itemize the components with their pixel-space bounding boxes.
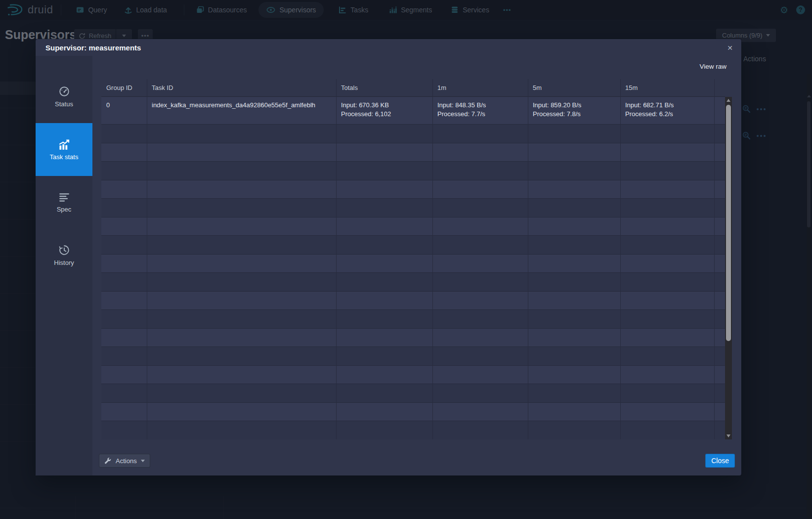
table-cell <box>147 310 336 328</box>
table-scrollbar[interactable] <box>725 97 732 439</box>
table-row-empty <box>101 292 725 310</box>
table-cell <box>620 421 714 439</box>
table-cell <box>432 384 528 402</box>
table-cell <box>528 255 620 273</box>
table-cell <box>147 273 336 291</box>
table-cell <box>620 403 714 421</box>
table-cell <box>336 273 432 291</box>
table-cell <box>147 403 336 421</box>
table-cell <box>620 384 714 402</box>
view-raw-link[interactable]: View raw <box>699 63 727 70</box>
table-cell <box>432 329 528 347</box>
table-cell <box>336 347 432 365</box>
table-cell <box>432 347 528 365</box>
table-cell <box>528 162 620 180</box>
table-cell <box>714 180 725 199</box>
table-cell <box>336 366 432 384</box>
table-cell <box>336 329 432 347</box>
task-stats-panel: View raw Group ID Task ID Totals 1m 5m 1… <box>92 56 741 476</box>
tab-history[interactable]: History <box>36 229 92 282</box>
table-cell <box>336 199 432 217</box>
table-cell <box>620 329 714 347</box>
close-button[interactable]: Close <box>705 454 735 468</box>
table-cell <box>147 143 336 162</box>
modal-side-tabs: Status Task stats <box>36 56 92 476</box>
table-cell <box>147 180 336 199</box>
table-row-empty <box>101 217 725 236</box>
table-cell <box>528 403 620 421</box>
table-cell <box>147 217 336 236</box>
column-header[interactable]: 5m <box>528 79 620 96</box>
table-cell <box>101 143 147 162</box>
table-cell <box>528 292 620 310</box>
table-cell <box>147 199 336 217</box>
table-cell <box>432 236 528 254</box>
tab-label: Spec <box>57 206 72 213</box>
table-cell <box>147 366 336 384</box>
table-cell <box>528 329 620 347</box>
table-cell <box>432 180 528 199</box>
table-cell <box>101 421 147 439</box>
table-cell <box>147 384 336 402</box>
table-cell <box>528 143 620 162</box>
table-cell <box>528 273 620 291</box>
table-row-empty <box>101 421 725 439</box>
table-cell <box>528 421 620 439</box>
table-cell <box>620 143 714 162</box>
column-header[interactable]: Group ID <box>101 79 147 96</box>
table-cell <box>101 310 147 328</box>
modal-header: Supervisor: measurements ✕ <box>36 39 741 56</box>
table-cell <box>101 217 147 236</box>
scroll-down-icon[interactable] <box>727 434 730 437</box>
column-header[interactable]: 15m <box>620 79 714 96</box>
table-cell <box>432 403 528 421</box>
close-icon[interactable]: ✕ <box>725 43 735 53</box>
table-cell <box>620 162 714 180</box>
table-cell <box>147 236 336 254</box>
table-cell <box>101 180 147 199</box>
column-header[interactable]: 1m <box>432 79 528 96</box>
table-row-empty <box>101 366 725 385</box>
tab-spec[interactable]: Spec <box>36 176 92 229</box>
table-cell <box>432 217 528 236</box>
table-cell <box>714 347 725 365</box>
table-row-empty <box>101 143 725 162</box>
table-cell <box>528 180 620 199</box>
table-cell <box>147 162 336 180</box>
table-row-empty <box>101 199 725 217</box>
cell-15m: Input: 682.71 B/s Processed: 6.2/s <box>620 97 714 124</box>
table-scrollbar-thumb[interactable] <box>726 105 731 341</box>
table-cell <box>336 143 432 162</box>
table-cell <box>620 255 714 273</box>
column-header[interactable]: Task ID <box>147 79 336 96</box>
table-cell <box>714 273 725 291</box>
table-cell <box>620 292 714 310</box>
table-cell <box>620 217 714 236</box>
task-stats-table: Group ID Task ID Totals 1m 5m 15m 0 inde… <box>101 79 732 439</box>
modal-title: Supervisor: measurements <box>45 43 141 52</box>
tab-status[interactable]: Status <box>36 70 92 123</box>
table-cell <box>336 421 432 439</box>
table-row-empty <box>101 310 725 329</box>
history-icon <box>59 245 70 256</box>
wrench-icon <box>104 457 112 465</box>
table-cell <box>336 180 432 199</box>
cell-group-id: 0 <box>101 97 147 124</box>
table-cell <box>147 329 336 347</box>
table-cell <box>620 347 714 365</box>
table-cell <box>714 310 725 328</box>
table-cell <box>336 384 432 402</box>
tab-task-stats[interactable]: Task stats <box>36 123 92 176</box>
scroll-up-icon[interactable] <box>727 99 730 102</box>
actions-button[interactable]: Actions <box>99 454 150 468</box>
cell-1m: Input: 848.35 B/s Processed: 7.7/s <box>432 97 528 124</box>
table-cell <box>528 217 620 236</box>
table-cell <box>714 217 725 236</box>
table-cell <box>147 255 336 273</box>
column-header[interactable]: Totals <box>336 79 432 96</box>
table-row-empty <box>101 273 725 292</box>
table-cell <box>620 366 714 384</box>
spec-icon <box>59 192 70 202</box>
chevron-down-icon <box>141 460 145 462</box>
table-cell <box>101 162 147 180</box>
